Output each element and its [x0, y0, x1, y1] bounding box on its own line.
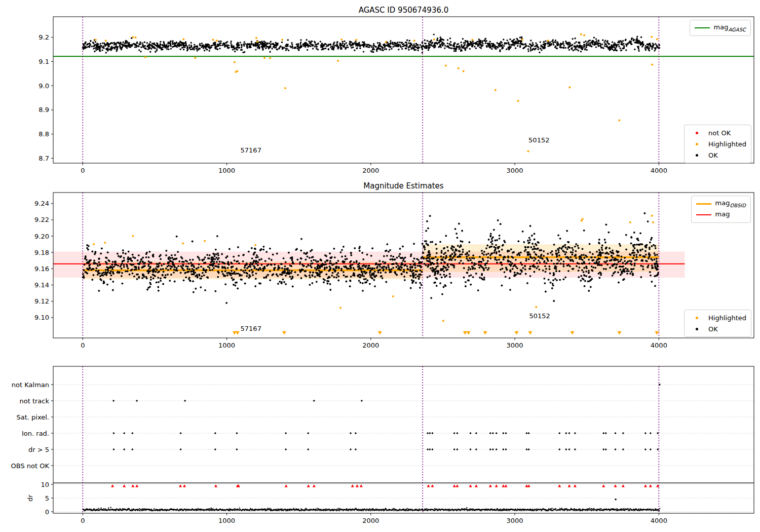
svg-text:57167: 57167	[241, 146, 261, 154]
legend-row-mag-obsid: magOBSID	[695, 198, 746, 209]
matplotlib-figure: { "colors": { "ok": "#000000", "highligh…	[0, 0, 760, 532]
svg-text:9.20: 9.20	[34, 233, 49, 240]
svg-text:0: 0	[45, 508, 49, 516]
legend-mag-agasc: magAGASC	[690, 20, 751, 36]
dr-outlier-points	[615, 499, 617, 501]
dr-axis-label: dr	[26, 495, 34, 502]
ok-dot-swatch	[688, 328, 705, 330]
legend-label: mag	[715, 199, 730, 207]
svg-text:9.18: 9.18	[34, 249, 49, 256]
mag-line-swatch	[695, 214, 712, 215]
legend-label: Highlighted	[705, 314, 746, 322]
svg-text:9.22: 9.22	[34, 216, 49, 223]
svg-text:9.12: 9.12	[34, 297, 49, 305]
flag-row-points	[112, 384, 660, 450]
obsid-boundary-vlines	[83, 366, 659, 513]
svg-text:3000: 3000	[507, 167, 523, 174]
legend-label: mag	[714, 23, 729, 31]
svg-text:not track: not track	[19, 397, 49, 405]
mag-obsid-line-swatch	[695, 203, 712, 205]
legend-row-mag-agasc: magAGASC	[694, 22, 746, 33]
svg-text:2000: 2000	[362, 517, 379, 524]
legend-row-highlighted: Highlighted	[688, 138, 746, 149]
legend-middle-status: Highlighted OK	[684, 310, 751, 337]
svg-text:2000: 2000	[362, 167, 379, 174]
svg-text:not Kalman: not Kalman	[12, 381, 49, 389]
svg-text:3000: 3000	[507, 517, 523, 524]
mag-agasc-line-swatch	[694, 27, 711, 28]
svg-text:OBS not OK: OBS not OK	[11, 462, 50, 470]
svg-text:8.9: 8.9	[39, 106, 49, 113]
legend-top-status: not OK Highlighted OK	[684, 125, 751, 163]
svg-text:9.0: 9.0	[39, 82, 49, 90]
not-ok-dot-swatch	[688, 132, 705, 134]
svg-text:0: 0	[81, 341, 85, 349]
legend-row-not-ok: not OK	[688, 127, 746, 138]
svg-text:5: 5	[45, 495, 49, 502]
legend-label: mag	[715, 210, 730, 218]
legend-sublabel: OBSID	[730, 203, 746, 208]
legend-label: OK	[705, 325, 718, 333]
top-panel-title: AGASC ID 950674936.0	[53, 6, 754, 15]
svg-text:3000: 3000	[507, 341, 523, 349]
legend-row-ok: OK	[688, 149, 746, 161]
legend-row-mag: mag	[695, 209, 746, 220]
svg-text:Ion. rad.: Ion. rad.	[22, 430, 49, 437]
svg-text:50152: 50152	[528, 136, 549, 144]
svg-text:4000: 4000	[651, 517, 667, 524]
middle-panel-title: Magnitude Estimates	[53, 181, 754, 191]
svg-text:0: 0	[81, 517, 85, 524]
svg-text:9.1: 9.1	[39, 58, 49, 65]
dotted-gridlines	[53, 385, 754, 512]
legend-sublabel: AGASC	[728, 27, 746, 32]
svg-text:9.10: 9.10	[34, 314, 49, 321]
svg-text:Sat. pixel.: Sat. pixel.	[17, 413, 49, 421]
legend-label: Highlighted	[705, 140, 746, 148]
legend-row-ok: OK	[688, 323, 746, 334]
legend-label: OK	[705, 151, 718, 159]
svg-text:9.16: 9.16	[34, 265, 49, 273]
svg-text:57167: 57167	[241, 325, 261, 332]
svg-text:1000: 1000	[218, 167, 235, 174]
y-axis-ticks: 9.249.229.209.189.169.149.129.10	[34, 200, 53, 321]
svg-text:9.2: 9.2	[39, 33, 49, 41]
x-axis-ticks: 01000200030004000	[81, 513, 667, 524]
svg-text:9.14: 9.14	[34, 281, 49, 289]
x-axis-ticks: 01000200030004000	[81, 163, 667, 174]
svg-text:8.7: 8.7	[39, 155, 49, 162]
obsid-annotations: 5716750152	[241, 312, 550, 332]
svg-text:8.8: 8.8	[39, 130, 49, 138]
ok-dot-swatch	[688, 154, 705, 157]
dr-trace-points	[82, 507, 660, 511]
svg-text:dr > 5: dr > 5	[28, 446, 49, 453]
low-clip-markers	[233, 331, 659, 335]
legend-mag-lines: magOBSID mag	[691, 196, 751, 223]
svg-text:2000: 2000	[362, 341, 379, 349]
svg-text:1000: 1000	[218, 341, 235, 349]
figure-canvas: 57167501529.29.19.08.98.88.7010002000300…	[0, 0, 760, 532]
x-axis-ticks: 01000200030004000	[81, 338, 667, 349]
flag-row-labels: not Kalmannot trackSat. pixel.Ion. rad.d…	[11, 381, 54, 470]
svg-text:4000: 4000	[651, 167, 667, 174]
highlighted-dot-swatch	[688, 143, 705, 145]
svg-text:9.24: 9.24	[34, 200, 49, 207]
dr-axis-ticks: 1050	[41, 481, 53, 516]
svg-text:1000: 1000	[218, 517, 235, 524]
svg-text:0: 0	[81, 167, 85, 174]
ok-points	[82, 33, 660, 53]
dr-clipped-red-markers	[111, 484, 659, 487]
svg-text:4000: 4000	[651, 341, 667, 349]
dr-axis-label-group: dr	[26, 495, 34, 502]
legend-label: not OK	[705, 129, 731, 137]
highlighted-dot-swatch	[688, 317, 705, 319]
y-axis-ticks: 9.29.19.08.98.88.7	[39, 33, 53, 162]
svg-text:50152: 50152	[529, 312, 550, 320]
svg-text:10: 10	[41, 481, 49, 488]
obsid-annotations: 5716750152	[241, 136, 550, 154]
legend-row-highlighted: Highlighted	[688, 312, 746, 323]
